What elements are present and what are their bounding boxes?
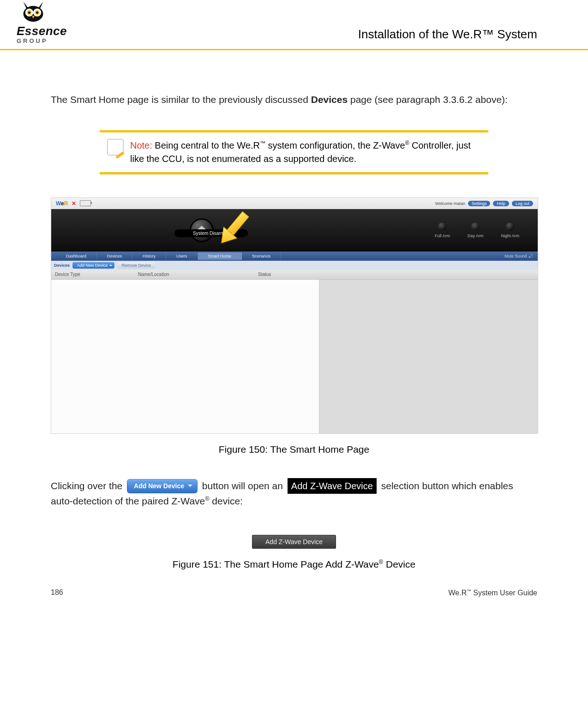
add-new-device-button[interactable]: Add New Device xyxy=(72,262,114,269)
fig151-pre: Figure 151: The Smart Home Page Add Z-Wa… xyxy=(173,559,379,569)
note-icon xyxy=(107,139,124,156)
reg-sup-3: ® xyxy=(379,559,383,565)
night-arm-label: Night Arm xyxy=(501,234,519,238)
paragraph-2: Clicking over the Add New Device button … xyxy=(51,478,537,509)
signal-off-icon: ✕ xyxy=(72,200,76,207)
page-header: Essence GROUP Installation of the We.R™ … xyxy=(0,0,588,50)
intro-text-pre: The Smart Home page is similar to the pr… xyxy=(51,94,311,105)
remove-device-button[interactable]: Remove Device xyxy=(117,262,156,269)
intro-text-post: page (see paragraph 3.3.6.2 above): xyxy=(348,94,508,105)
section-title: Installation of the We.R™ System xyxy=(358,27,537,44)
note-pre: Being central to the We.R xyxy=(152,140,260,150)
figure-150-caption: Figure 150: The Smart Home Page xyxy=(51,444,537,455)
col-name-location: Name/Location xyxy=(138,272,258,277)
settings-link[interactable]: Settings xyxy=(468,201,491,206)
add-zwave-device-button[interactable]: Add Z-Wave Device xyxy=(252,535,336,549)
logout-link[interactable]: Log out xyxy=(512,201,533,206)
tab-dashboard[interactable]: Dashboard xyxy=(56,252,97,260)
day-arm-label: Day Arm xyxy=(468,234,484,238)
figure-150: WeR ✕ Welcome matan Settings Help Log ou… xyxy=(51,198,537,455)
tab-devices[interactable]: Devices xyxy=(97,252,132,260)
note-label: Note: xyxy=(130,140,152,150)
intro-paragraph: The Smart Home page is similar to the pr… xyxy=(51,92,537,107)
tm-sup: ™ xyxy=(260,140,265,146)
system-status: System Disarmed xyxy=(174,229,248,237)
note-mid: system configuration, the Z-Wave xyxy=(265,140,405,150)
owl-icon xyxy=(17,0,50,25)
night-arm-button[interactable]: Night Arm xyxy=(501,222,519,238)
logo: Essence GROUP xyxy=(17,0,67,44)
full-arm-button[interactable]: Full Arm xyxy=(435,222,450,238)
inline-add-zwave-pill: Add Z-Wave Device xyxy=(288,478,377,494)
col-device-type: Device Type xyxy=(51,272,138,277)
app-tabs: Dashboard Devices History Users Smart Ho… xyxy=(51,252,538,261)
logo-w: W xyxy=(56,200,61,207)
figure-151-caption: Figure 151: The Smart Home Page Add Z-Wa… xyxy=(51,559,537,570)
tab-scenarios[interactable]: Scenarios xyxy=(242,252,281,260)
day-arm-button[interactable]: Day Arm xyxy=(468,222,484,238)
full-arm-label: Full Arm xyxy=(435,234,450,238)
logo-subtext: GROUP xyxy=(17,37,48,44)
tab-smart-home[interactable]: Smart Home xyxy=(198,252,242,260)
tm-sup-footer: ™ xyxy=(467,588,471,593)
app-hero: System Disarmed Full Arm Day Arm Night A… xyxy=(51,209,538,252)
app-logo: WeR xyxy=(56,200,68,207)
page-footer: 186 We.R™ System User Guide xyxy=(0,570,588,597)
intro-bold: Devices xyxy=(311,94,348,105)
note-text: Note: Being central to the We.R™ system … xyxy=(130,139,481,166)
tab-history[interactable]: History xyxy=(132,252,166,260)
reg-sup-2: ® xyxy=(205,496,209,502)
note-callout: Note: Being central to the We.R™ system … xyxy=(100,130,488,174)
help-link[interactable]: Help xyxy=(493,201,509,206)
fig151-post: Device xyxy=(383,559,415,569)
svg-point-5 xyxy=(28,12,30,14)
welcome-text: Welcome matan xyxy=(435,201,465,206)
table-header: Device Type Name/Location Status xyxy=(51,270,538,280)
arm-controls: Full Arm Day Arm Night Arm xyxy=(435,222,519,238)
guide-pre: We.R xyxy=(449,589,467,597)
logo-text: Essence xyxy=(17,24,67,38)
app-topbar: WeR ✕ Welcome matan Settings Help Log ou… xyxy=(51,198,538,209)
subbar-label: Devices xyxy=(54,263,70,268)
app-body xyxy=(51,280,538,433)
inline-add-new-device-button[interactable]: Add New Device xyxy=(127,479,198,493)
detail-pane xyxy=(319,280,538,433)
p2-pre: Clicking over the xyxy=(51,480,125,491)
page-number: 186 xyxy=(51,588,63,597)
p2-mid: button will open an xyxy=(199,480,286,491)
topbar-right: Welcome matan Settings Help Log out xyxy=(435,201,533,206)
mute-label: Mute Sound xyxy=(504,254,527,258)
app-subbar: Devices Add New Device Remove Device xyxy=(51,261,538,270)
p2-tail: device: xyxy=(210,496,243,506)
tab-users[interactable]: Users xyxy=(166,252,198,260)
guide-title: We.R™ System User Guide xyxy=(449,588,537,597)
col-status: Status xyxy=(258,272,323,277)
logo-e: e xyxy=(61,200,64,207)
svg-point-6 xyxy=(36,12,38,14)
battery-icon xyxy=(80,200,91,206)
logo-r: R xyxy=(64,200,68,207)
guide-post: System User Guide xyxy=(471,589,537,597)
mute-sound[interactable]: Mute Sound 🔊 xyxy=(504,254,533,258)
device-list-pane xyxy=(51,280,319,433)
app-screenshot: WeR ✕ Welcome matan Settings Help Log ou… xyxy=(51,198,538,434)
topbar-left: WeR ✕ xyxy=(56,200,91,207)
